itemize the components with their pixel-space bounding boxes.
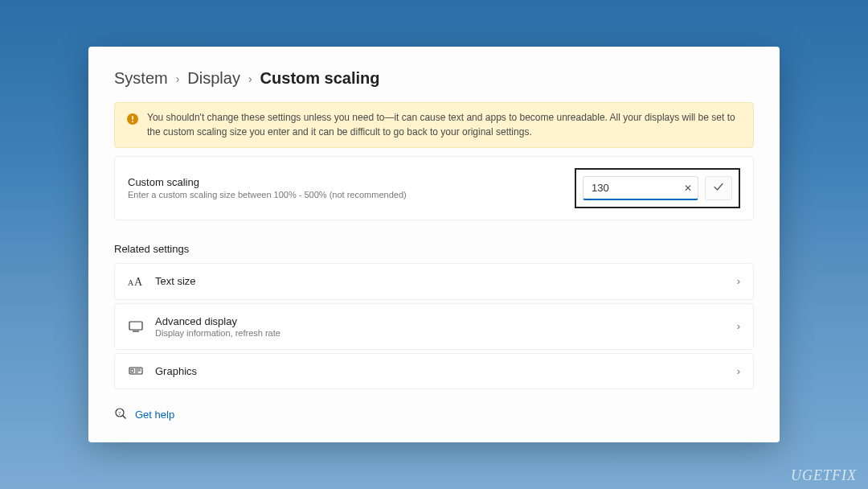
related-item-subtitle: Display information, refresh rate (155, 328, 726, 338)
text-size-icon: AA (128, 275, 144, 288)
svg-rect-5 (129, 322, 142, 330)
related-item-text-size[interactable]: AA Text size › (114, 263, 754, 300)
related-settings-heading: Related settings (114, 243, 754, 255)
warning-banner: You shouldn't change these settings unle… (114, 102, 754, 148)
svg-point-2 (132, 121, 133, 122)
warning-text: You shouldn't change these settings unle… (147, 111, 742, 139)
svg-rect-1 (132, 116, 133, 120)
display-icon (128, 321, 144, 332)
chevron-right-icon: › (737, 365, 740, 377)
apply-button[interactable] (705, 176, 732, 200)
custom-scaling-input-group: ✕ (575, 168, 740, 208)
related-item-title: Graphics (155, 365, 726, 377)
related-item-graphics[interactable]: Graphics › (114, 353, 754, 389)
graphics-icon (128, 365, 144, 376)
custom-scaling-input[interactable] (583, 176, 698, 200)
svg-text:A: A (128, 278, 134, 287)
related-item-title: Advanced display (155, 315, 726, 327)
watermark: UGETFIX (791, 467, 857, 484)
breadcrumb-system[interactable]: System (114, 69, 168, 88)
custom-scaling-subtitle: Enter a custom scaling size between 100%… (128, 190, 575, 199)
help-icon: ? (114, 407, 127, 423)
get-help-link[interactable]: Get help (135, 409, 174, 421)
svg-text:A: A (134, 276, 143, 288)
custom-scaling-row: Custom scaling Enter a custom scaling si… (114, 156, 754, 220)
chevron-right-icon: › (737, 320, 740, 332)
breadcrumb-display[interactable]: Display (187, 69, 240, 88)
custom-scaling-title: Custom scaling (128, 176, 575, 188)
svg-rect-8 (131, 369, 133, 372)
related-item-advanced-display[interactable]: Advanced display Display information, re… (114, 303, 754, 350)
clear-input-icon[interactable]: ✕ (684, 183, 692, 194)
chevron-right-icon: › (737, 275, 740, 287)
svg-text:?: ? (118, 409, 121, 416)
chevron-right-icon: › (176, 72, 180, 85)
related-item-title: Text size (155, 275, 726, 287)
check-icon (713, 181, 724, 195)
svg-line-13 (123, 416, 125, 418)
breadcrumb-current: Custom scaling (260, 69, 380, 88)
breadcrumb: System › Display › Custom scaling (114, 69, 754, 88)
warning-icon (126, 113, 139, 129)
help-row: ? Get help (114, 407, 754, 423)
chevron-right-icon: › (248, 72, 252, 85)
settings-panel: System › Display › Custom scaling You sh… (88, 47, 780, 442)
